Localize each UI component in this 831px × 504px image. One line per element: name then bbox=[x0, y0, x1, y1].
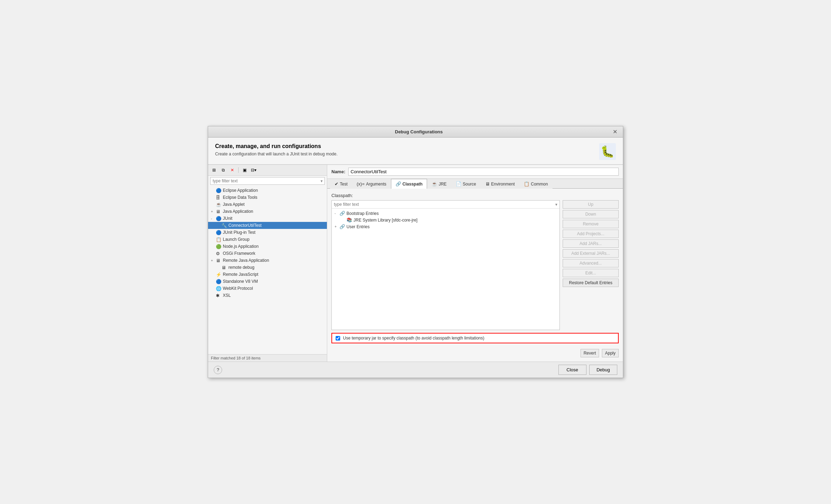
tab-classpath-label: Classpath bbox=[403, 182, 423, 187]
list-item[interactable]: ⚡ Remote JavaScript bbox=[208, 271, 327, 278]
header-title: Create, manage, and run configurations bbox=[215, 143, 338, 149]
expand-icon: - bbox=[211, 217, 215, 220]
tab-source[interactable]: 📄 Source bbox=[451, 179, 481, 189]
list-item-label: Java Applet bbox=[223, 202, 245, 207]
connector-util-icon: 🔧 bbox=[221, 223, 227, 228]
classpath-item[interactable]: 📚 JRE System Library [sfdc-core-jre] bbox=[332, 217, 559, 223]
apply-button[interactable]: Apply bbox=[602, 349, 619, 357]
list-item[interactable]: 🔵 Standalone V8 VM bbox=[208, 278, 327, 285]
list-item[interactable]: 🗄 Eclipse Data Tools bbox=[208, 194, 327, 201]
classpath-list: ▼ - 🔗 Bootstrap Entries bbox=[331, 200, 560, 330]
list-item-label: Eclipse Data Tools bbox=[223, 195, 257, 200]
left-filter-input[interactable] bbox=[210, 177, 325, 185]
revert-button[interactable]: Revert bbox=[581, 349, 599, 357]
tab-arguments[interactable]: (x)= Arguments bbox=[352, 179, 391, 189]
classpath-item[interactable]: - 🔗 Bootstrap Entries bbox=[332, 210, 559, 217]
debug-button[interactable]: Debug bbox=[589, 365, 617, 375]
collapse-button[interactable]: ⊟▾ bbox=[250, 166, 257, 174]
help-button[interactable]: ? bbox=[214, 366, 222, 374]
webkit-icon: 🌐 bbox=[216, 286, 221, 291]
up-button[interactable]: Up bbox=[563, 200, 619, 209]
tab-source-label: Source bbox=[463, 182, 476, 187]
list-item[interactable]: 📋 Launch Group bbox=[208, 236, 327, 243]
advanced-button[interactable]: Advanced... bbox=[563, 259, 619, 267]
cp-expand-icon: + bbox=[335, 225, 339, 229]
list-item[interactable]: ⚙ OSGi Framework bbox=[208, 250, 327, 257]
tab-environment[interactable]: 🖥 Environment bbox=[481, 179, 519, 189]
add-projects-button[interactable]: Add Projects... bbox=[563, 230, 619, 238]
list-item-label: JUnit bbox=[223, 216, 232, 221]
list-item-label: XSL bbox=[223, 293, 231, 298]
list-item[interactable]: 🌐 WebKit Protocol bbox=[208, 285, 327, 292]
tab-arguments-label: Arguments bbox=[366, 182, 386, 187]
tab-jre[interactable]: ☕ JRE bbox=[427, 179, 451, 189]
header-text: Create, manage, and run configurations C… bbox=[215, 143, 338, 156]
list-item[interactable]: 🔧 ConnectorUtilTest bbox=[208, 222, 327, 229]
list-item[interactable]: 🟢 Node.js Application bbox=[208, 243, 327, 250]
list-item-label: Launch Group bbox=[223, 237, 249, 242]
filter-status: Filter matched 18 of 18 items bbox=[208, 354, 327, 362]
xsl-icon: ✱ bbox=[216, 293, 221, 298]
nodejs-icon: 🟢 bbox=[216, 244, 221, 249]
tab-test-label: Test bbox=[340, 182, 348, 187]
name-label: Name: bbox=[331, 169, 345, 174]
temp-jar-checkbox[interactable] bbox=[336, 336, 340, 341]
filter-button[interactable]: ▣ bbox=[241, 166, 248, 174]
remote-js-icon: ⚡ bbox=[216, 272, 221, 277]
java-app-icon: 🖥 bbox=[216, 209, 221, 214]
list-item[interactable]: ☕ Java Applet bbox=[208, 201, 327, 208]
close-button[interactable]: Close bbox=[558, 365, 586, 375]
left-filter-clear[interactable]: ▼ bbox=[320, 179, 323, 183]
jre-tab-icon: ☕ bbox=[432, 181, 437, 187]
new-config-button[interactable]: ⊞ bbox=[210, 166, 218, 174]
list-item[interactable]: 🔵 Eclipse Application bbox=[208, 187, 327, 194]
list-item[interactable]: + 🖥 Remote Java Application bbox=[208, 257, 327, 264]
add-external-jars-button[interactable]: Add External JARs... bbox=[563, 249, 619, 258]
list-item[interactable]: - 🔵 JUnit bbox=[208, 215, 327, 222]
down-button[interactable]: Down bbox=[563, 210, 619, 218]
standalone-v8-icon: 🔵 bbox=[216, 279, 221, 284]
list-item[interactable]: ✱ XSL bbox=[208, 292, 327, 299]
list-item-label: Remote JavaScript bbox=[223, 272, 258, 277]
left-filter-input-wrapper: ▼ bbox=[210, 177, 325, 185]
junit-plugin-icon: 🔵 bbox=[216, 230, 221, 235]
classpath-filter-input[interactable] bbox=[332, 201, 559, 208]
tab-bar: ✔ Test (x)= Arguments 🔗 Classpath ☕ JRE … bbox=[327, 179, 623, 189]
restore-default-entries-button[interactable]: Restore Default Entries bbox=[563, 279, 619, 287]
jre-library-icon: 📚 bbox=[346, 217, 352, 223]
list-item[interactable]: 🔵 JUnit Plug-in Test bbox=[208, 229, 327, 236]
temp-jar-checkbox-section: Use temporary jar to specify classpath (… bbox=[331, 333, 619, 343]
footer-right: Close Debug bbox=[558, 365, 617, 375]
tab-environment-label: Environment bbox=[491, 182, 515, 187]
toolbar-separator bbox=[238, 167, 239, 173]
edit-button[interactable]: Edit... bbox=[563, 269, 619, 277]
list-item-label: JUnit Plug-in Test bbox=[223, 230, 255, 235]
classpath-tab-content: Classpath: ▼ - 🔗 Boots bbox=[327, 189, 623, 362]
temp-jar-label[interactable]: Use temporary jar to specify classpath (… bbox=[343, 336, 485, 341]
list-item-label: Node.js Application bbox=[223, 244, 259, 249]
delete-button[interactable]: ✕ bbox=[228, 166, 236, 174]
remote-debug-icon: 🖥 bbox=[221, 265, 227, 270]
debug-configurations-dialog: Debug Configurations ✕ Create, manage, a… bbox=[208, 126, 623, 378]
list-item-label: ConnectorUtilTest bbox=[228, 223, 262, 228]
add-jars-button[interactable]: Add JARs... bbox=[563, 239, 619, 248]
left-panel: ⊞ ⧉ ✕ ▣ ⊟▾ ▼ 🔵 Eclipse Application bbox=[208, 165, 327, 362]
duplicate-button[interactable]: ⧉ bbox=[219, 166, 227, 174]
classpath-filter-wrapper: ▼ bbox=[332, 201, 559, 209]
left-toolbar: ⊞ ⧉ ✕ ▣ ⊟▾ bbox=[208, 165, 327, 176]
list-item[interactable]: + 🖥 Java Application bbox=[208, 208, 327, 215]
title-bar: Debug Configurations ✕ bbox=[208, 126, 623, 138]
footer-left: ? bbox=[214, 366, 222, 374]
tab-jre-label: JRE bbox=[439, 182, 447, 187]
classpath-tab-icon: 🔗 bbox=[396, 181, 401, 187]
list-item[interactable]: 🖥 remote debug bbox=[208, 264, 327, 271]
config-name-input[interactable] bbox=[348, 168, 619, 176]
classpath-item[interactable]: + 🔗 User Entries bbox=[332, 223, 559, 230]
close-dialog-button[interactable]: ✕ bbox=[611, 128, 619, 135]
tab-test[interactable]: ✔ Test bbox=[330, 179, 352, 189]
list-item-label: Java Application bbox=[223, 209, 253, 214]
remove-button[interactable]: Remove bbox=[563, 220, 619, 228]
tab-classpath[interactable]: 🔗 Classpath bbox=[391, 179, 427, 189]
list-item-label: OSGi Framework bbox=[223, 251, 255, 256]
tab-common[interactable]: 📋 Common bbox=[519, 179, 552, 189]
